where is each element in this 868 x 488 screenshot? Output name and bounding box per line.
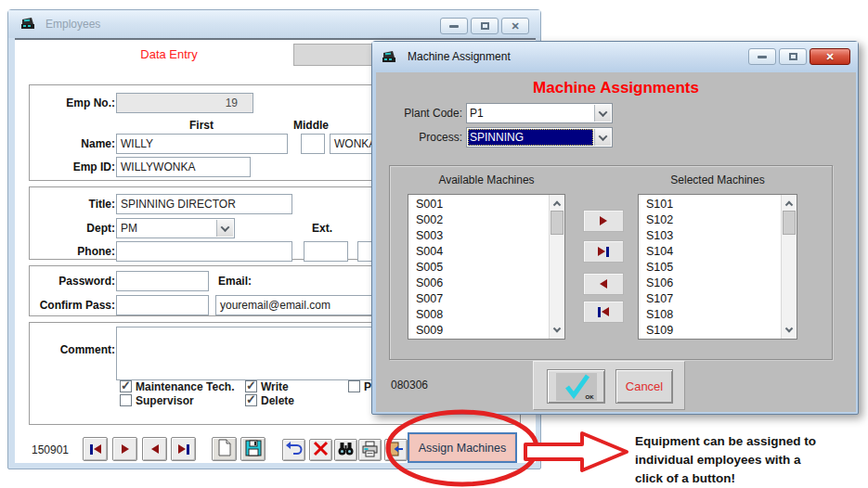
first-record-button[interactable] <box>83 437 108 461</box>
tab-inactive[interactable] <box>293 44 383 66</box>
list-item[interactable]: S005 <box>408 260 564 276</box>
list-item[interactable]: S106 <box>639 276 797 291</box>
title-field[interactable]: SPINNING DIRECTOR <box>116 194 292 214</box>
middle-name-field[interactable] <box>301 134 325 154</box>
list-item[interactable]: S101 <box>639 197 797 212</box>
scrollbar-thumb[interactable] <box>551 211 564 235</box>
list-item[interactable]: S103 <box>639 228 797 244</box>
minimize-button[interactable] <box>748 48 776 65</box>
previous-record-icon <box>151 444 159 454</box>
selected-machines-listbox[interactable]: S101S102S103S104S105S106S107S108S109 <box>638 194 797 340</box>
move-left-button[interactable] <box>583 273 624 295</box>
list-item[interactable]: S004 <box>408 244 564 260</box>
restore-button[interactable] <box>779 48 807 65</box>
dialog-client: Machine Assignments Plant Code: P1 Proce… <box>376 72 856 412</box>
dept-dropdown-button[interactable] <box>216 220 233 237</box>
scroll-down-button[interactable] <box>782 324 797 339</box>
annotation-line-2: individual employees with a <box>635 451 816 469</box>
undo-button[interactable] <box>282 439 305 461</box>
emp-no-label: Emp No.: <box>48 96 115 109</box>
assign-machines-button[interactable]: Assign Machines <box>408 432 517 463</box>
tab-data-entry[interactable]: Data Entry <box>76 47 262 61</box>
ext-field[interactable] <box>304 241 348 262</box>
chevron-down-icon <box>599 108 608 117</box>
process-combobox[interactable]: SPINNING <box>466 127 613 148</box>
exit-button[interactable] <box>384 439 408 461</box>
window-title: Employees <box>45 18 100 31</box>
supervisor-checkbox[interactable] <box>120 394 132 406</box>
first-name-field[interactable]: WILLY <box>116 134 288 154</box>
list-item[interactable]: S001 <box>408 197 564 212</box>
plant-code-dropdown-button[interactable] <box>594 105 611 122</box>
minimize-button[interactable] <box>440 18 468 34</box>
list-item[interactable]: S105 <box>639 260 797 276</box>
minimize-icon <box>449 25 459 28</box>
delete-record-button[interactable] <box>309 439 332 461</box>
move-all-left-button[interactable] <box>583 301 624 323</box>
print-button[interactable] <box>358 439 382 461</box>
available-scrollbar[interactable] <box>549 195 564 339</box>
scroll-down-button[interactable] <box>550 324 564 339</box>
dialog-titlebar[interactable]: Machine Assignment ✕ <box>372 42 858 71</box>
ok-button[interactable]: OK <box>547 369 605 404</box>
plant-code-combobox[interactable]: P1 <box>466 103 613 123</box>
list-item[interactable]: S003 <box>408 228 564 244</box>
available-machines-listbox[interactable]: S001S002S003S004S005S006S007S008S009 <box>408 194 565 340</box>
close-button[interactable]: ✕ <box>501 18 529 34</box>
write-checkbox[interactable] <box>245 380 257 392</box>
scroll-up-button[interactable] <box>550 195 564 210</box>
dept-label: Dept: <box>48 222 115 235</box>
emp-no-field: 19 <box>116 93 253 113</box>
ok-check-icon: OK <box>556 373 597 401</box>
list-item[interactable]: S008 <box>408 307 564 323</box>
maintenance-tech-checkbox[interactable] <box>120 380 132 392</box>
list-item[interactable]: S107 <box>639 291 797 307</box>
list-item[interactable]: S009 <box>408 323 564 339</box>
selected-machines-label: Selected Machines <box>638 173 797 186</box>
selected-scrollbar[interactable] <box>781 195 797 339</box>
first-header: First <box>164 119 239 132</box>
previous-record-button[interactable] <box>142 437 167 461</box>
arrow-left-icon <box>600 279 607 289</box>
dept-combobox[interactable]: PM <box>116 218 235 238</box>
list-item[interactable]: S108 <box>639 307 797 323</box>
list-item[interactable]: S006 <box>408 276 564 291</box>
close-button[interactable]: ✕ <box>810 48 850 65</box>
confirm-pass-field[interactable] <box>116 295 209 315</box>
emp-id-field[interactable]: WILLYWONKA <box>116 157 251 177</box>
last-record-icon <box>178 444 186 454</box>
phone-field[interactable] <box>116 241 292 262</box>
list-item[interactable]: S104 <box>639 244 797 260</box>
move-all-right-button[interactable] <box>583 240 624 263</box>
move-right-button[interactable] <box>583 210 624 232</box>
list-item[interactable]: S002 <box>408 212 564 228</box>
app-icon <box>382 49 397 68</box>
chevron-down-icon <box>599 132 608 141</box>
arrow-right-icon <box>600 216 607 225</box>
list-item[interactable]: S102 <box>639 212 797 228</box>
scrollbar-thumb[interactable] <box>783 211 796 235</box>
arrow-left-bar-icon <box>598 307 601 317</box>
restore-icon <box>789 53 797 60</box>
supervisor-label: Supervisor <box>136 394 194 407</box>
next-record-icon <box>122 444 129 454</box>
pack-checkbox[interactable] <box>348 380 360 392</box>
cancel-button[interactable]: Cancel <box>615 369 673 404</box>
new-record-button[interactable] <box>212 437 237 461</box>
middle-header: Middle <box>282 119 340 132</box>
confirm-pass-label: Confirm Pass: <box>30 299 115 312</box>
find-button[interactable] <box>334 439 357 461</box>
employees-titlebar[interactable]: Employees ✕ <box>8 10 540 38</box>
save-button[interactable] <box>240 437 266 461</box>
process-dropdown-button[interactable] <box>594 129 611 146</box>
last-record-button[interactable] <box>171 437 196 461</box>
scroll-up-button[interactable] <box>782 195 797 210</box>
maintenance-tech-label: Maintenance Tech. <box>136 380 234 393</box>
restore-button[interactable] <box>471 18 499 34</box>
delete-checkbox[interactable] <box>245 394 257 406</box>
list-item[interactable]: S109 <box>639 323 797 339</box>
first-record-icon <box>90 444 93 455</box>
password-field[interactable] <box>116 271 209 291</box>
list-item[interactable]: S007 <box>408 291 564 307</box>
next-record-button[interactable] <box>112 437 137 461</box>
